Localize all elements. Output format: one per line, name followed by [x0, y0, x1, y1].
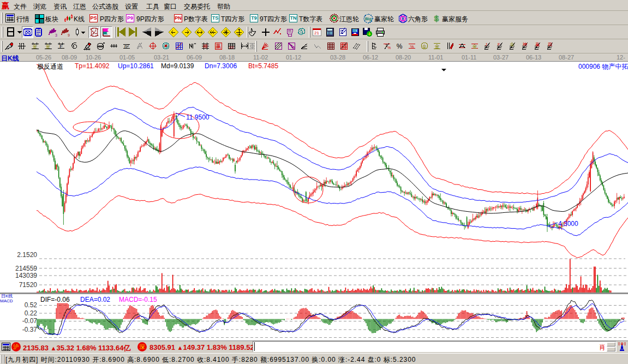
- svg-text:神: 神: [522, 42, 527, 47]
- svg-text:金: 金: [473, 44, 477, 49]
- svg-text:赢: 赢: [216, 43, 221, 49]
- svg-text:-0.07: -0.07: [22, 317, 38, 325]
- svg-text:金: 金: [510, 42, 515, 47]
- svg-text:n²: n²: [124, 44, 129, 49]
- svg-text:4.3000: 4.3000: [558, 220, 578, 228]
- svg-text:11.9500: 11.9500: [186, 114, 210, 121]
- svg-text:$: $: [434, 14, 439, 23]
- svg-text:金: 金: [422, 44, 427, 49]
- svg-text:123: 123: [229, 46, 234, 49]
- svg-text:金: 金: [33, 44, 38, 49]
- svg-text:214559: 214559: [15, 265, 37, 272]
- svg-text:赢: 赢: [535, 42, 540, 47]
- svg-text:9: 9: [68, 33, 70, 37]
- svg-text:F: F: [498, 42, 500, 47]
- svg-text:MACD: MACD: [0, 299, 13, 303]
- svg-text:DIF=-0.06: DIF=-0.06: [40, 296, 70, 303]
- svg-text:-0.37: -0.37: [22, 326, 38, 333]
- svg-text:日K线: 日K线: [1, 294, 13, 299]
- svg-text:DEA=0.02: DEA=0.02: [80, 296, 110, 303]
- svg-text:F: F: [59, 44, 63, 49]
- svg-text:MACD=-0.15: MACD=-0.15: [119, 296, 157, 303]
- svg-text:21: 21: [314, 31, 319, 35]
- svg-text:0.22: 0.22: [25, 309, 38, 317]
- svg-text:3: 3: [55, 33, 57, 37]
- svg-text:金: 金: [46, 44, 51, 49]
- svg-text:Big: Big: [365, 16, 372, 21]
- svg-text:143039: 143039: [15, 272, 37, 279]
- svg-text:四: 四: [548, 42, 552, 47]
- svg-text:71520: 71520: [19, 281, 38, 289]
- svg-text:%: %: [387, 46, 391, 50]
- svg-text:神: 神: [203, 44, 208, 49]
- svg-text:2.1520: 2.1520: [17, 251, 37, 259]
- svg-text:J: J: [485, 42, 487, 47]
- svg-text:0.52: 0.52: [25, 301, 38, 309]
- svg-text:金: 金: [435, 44, 440, 49]
- svg-text:%: %: [397, 43, 403, 50]
- svg-text:%: %: [410, 44, 414, 49]
